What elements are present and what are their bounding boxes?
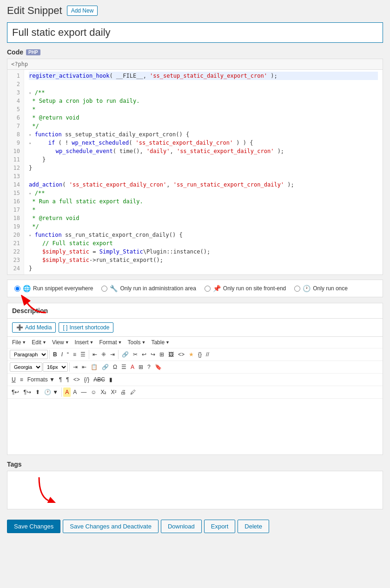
underline-button[interactable]: U: [10, 375, 18, 384]
blockquote-button[interactable]: “: [65, 350, 71, 359]
numlist-button[interactable]: ☰: [79, 350, 87, 359]
tinymce-menubar: File ▼ Edit ▼ View ▼ Insert ▼ Format ▼ T…: [7, 337, 383, 348]
dash-button[interactable]: —: [79, 388, 88, 397]
save-deactivate-button[interactable]: Save Changes and Deactivate: [63, 520, 159, 533]
tinymce-toolbar-4: ¶↩ ¶↪ ⬆ 🕐 ▼ A A — ☺ X₂ X² 🖨 🖊: [7, 386, 383, 399]
clock-button[interactable]: 🕐 ▼: [42, 388, 60, 397]
run-option-admin[interactable]: 🔧 Only run in administration area: [101, 285, 196, 292]
run-option-once[interactable]: 🕐 Only run once: [294, 285, 348, 292]
separator: [69, 362, 70, 372]
formats-button[interactable]: Formats ▼: [26, 375, 57, 384]
comment-button[interactable]: //: [204, 350, 211, 359]
tinymce-toolbar-3: U ≡ Formats ▼ ¶ ¶ <> {/} ABC ▮: [7, 374, 383, 386]
italic-button[interactable]: I: [59, 350, 65, 359]
pilcrow2-button[interactable]: ¶: [64, 375, 71, 384]
menu-edit[interactable]: Edit ▼: [29, 338, 49, 347]
action-buttons: Save Changes Save Changes and Deactivate…: [7, 515, 383, 538]
braces-button[interactable]: {}: [196, 350, 204, 359]
add-media-button[interactable]: ➕ Add Media: [12, 322, 56, 333]
align-left-button[interactable]: ⇤: [91, 350, 99, 359]
font-family-select[interactable]: Georgia: [10, 362, 42, 372]
insert-shortcode-button[interactable]: [ ] Insert shortcode: [59, 322, 113, 333]
tinymce-toolbar-1: Paragraph B I “ ≡ ☰ ⇤ ⁜ ⇥ 🔗 ✂ ↩ ↪ ⊞ 🖼 <>…: [7, 348, 383, 361]
run-option-frontend-label: Only run on site front-end: [223, 285, 286, 292]
delete-button[interactable]: Delete: [238, 520, 269, 533]
bullist-button[interactable]: ≡: [71, 350, 78, 359]
emoji-button[interactable]: ☺: [89, 388, 98, 397]
align-right-button[interactable]: ⇥: [108, 350, 117, 359]
menu-file[interactable]: File ▼: [10, 338, 28, 347]
link-button[interactable]: 🔗: [120, 350, 131, 359]
rtl-button[interactable]: ¶↩: [10, 388, 21, 397]
run-option-admin-label: Only run in administration area: [120, 285, 196, 292]
code-editor[interactable]: <?php 1234567891011121314151617181920212…: [7, 59, 383, 275]
run-option-once-label: Only run once: [313, 285, 348, 292]
undo-button[interactable]: ↩: [140, 350, 148, 359]
font-color-button[interactable]: A: [129, 362, 136, 372]
run-options-bar: 🌐 Run snippet everywhere 🔧 Only run in a…: [7, 280, 383, 297]
omega-button[interactable]: Ω: [111, 362, 119, 372]
menu-table[interactable]: Table ▼: [149, 338, 172, 347]
add-new-button[interactable]: Add New: [67, 6, 98, 16]
inline-code-button[interactable]: <>: [72, 375, 82, 384]
table-button[interactable]: ⊞: [158, 350, 166, 359]
ltr-button[interactable]: ¶↪: [21, 388, 33, 397]
code-block-button[interactable]: {/}: [82, 375, 91, 384]
snippet-title-input[interactable]: [7, 22, 383, 43]
paragraph-select[interactable]: Paragraph: [10, 350, 48, 359]
insert-shortcode-icon: [ ]: [63, 324, 67, 331]
run-option-everywhere[interactable]: 🌐 Run snippet everywhere: [14, 285, 93, 292]
highlight-button[interactable]: A: [63, 388, 71, 397]
strikethrough-btn[interactable]: A: [71, 388, 79, 397]
line-numbers: 123456789101112131415161718192021222324: [7, 70, 24, 274]
unlink-button[interactable]: ✂: [131, 350, 139, 359]
editor-content-area[interactable]: [7, 399, 383, 454]
redo-button[interactable]: ↪: [149, 350, 157, 359]
menu-view[interactable]: View ▼: [50, 338, 72, 347]
tags-label: Tags: [7, 461, 383, 468]
run-option-frontend[interactable]: 📌 Only run on site front-end: [205, 285, 286, 292]
align-justify-button[interactable]: ☰: [119, 362, 128, 372]
tags-input[interactable]: [7, 471, 383, 509]
indent-button[interactable]: ⇥: [71, 362, 79, 372]
save-changes-button[interactable]: Save Changes: [7, 520, 60, 533]
superscript-button[interactable]: X²: [109, 388, 118, 397]
description-label: Description: [12, 307, 48, 314]
special-button[interactable]: 🖊: [128, 388, 138, 397]
bookmark-button[interactable]: 🔖: [153, 362, 164, 372]
upload-button[interactable]: ⬆: [33, 388, 42, 397]
align-center-button[interactable]: ⁜: [99, 350, 108, 359]
bold-button[interactable]: B: [51, 350, 59, 359]
block-button[interactable]: ▮: [107, 375, 114, 384]
print-button[interactable]: 🖨: [119, 388, 128, 397]
star-button[interactable]: ★: [187, 350, 196, 359]
description-section: Description ➕ Add Media [ ] Insert short…: [7, 303, 383, 455]
font-size-select[interactable]: 16px: [43, 362, 68, 372]
subscript-button[interactable]: X₂: [99, 388, 108, 397]
add-media-icon: ➕: [16, 324, 23, 331]
tinymce-toolbar-2: Georgia 16px ⇥ ⇤ 📋 🔗 Ω ☰ A ⊞ ? 🔖: [7, 361, 383, 374]
outdent-button[interactable]: ⇤: [80, 362, 88, 372]
separator: [49, 350, 50, 359]
separator: [61, 388, 62, 397]
abc-button[interactable]: ABC: [92, 375, 107, 384]
code-button[interactable]: <>: [176, 350, 186, 359]
separator: [118, 350, 119, 359]
pilcrow-button[interactable]: ¶: [57, 375, 64, 384]
link2-button[interactable]: 🔗: [100, 362, 111, 372]
page-title: Edit Snippet: [7, 5, 62, 17]
code-header: <?php: [7, 59, 383, 70]
align-button[interactable]: ≡: [18, 375, 25, 384]
table2-button[interactable]: ⊞: [137, 362, 145, 372]
help-button[interactable]: ?: [145, 362, 152, 372]
menu-format[interactable]: Format ▼: [97, 338, 125, 347]
menu-insert[interactable]: Insert ▼: [73, 338, 96, 347]
code-label: Code: [7, 48, 23, 56]
export-button[interactable]: Export: [204, 520, 236, 533]
code-content[interactable]: register_activation_hook( __FILE__, 'ss_…: [24, 70, 383, 274]
description-toolbar-top: ➕ Add Media [ ] Insert shortcode: [7, 319, 383, 337]
image-button[interactable]: 🖼: [166, 350, 176, 359]
menu-tools[interactable]: Tools ▼: [125, 338, 148, 347]
download-button[interactable]: Download: [161, 520, 202, 533]
paste-button[interactable]: 📋: [89, 362, 99, 372]
